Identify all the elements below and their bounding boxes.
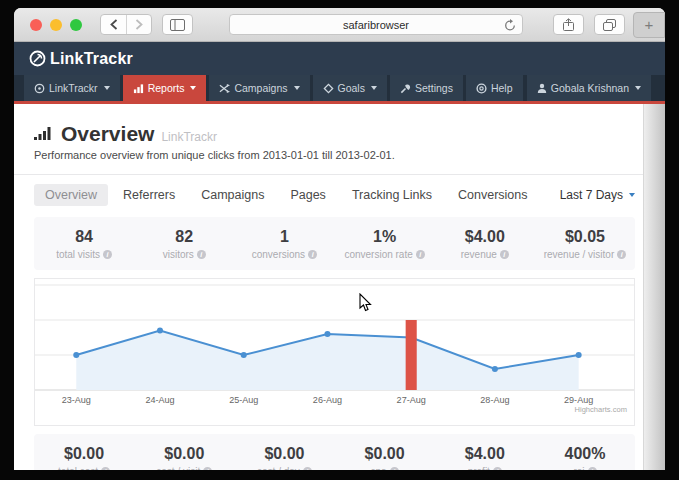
linktrackr-logo[interactable]: LinkTrackr [29, 50, 133, 68]
date-range-dropdown[interactable]: Last 7 Days [560, 188, 635, 202]
stat-total-visits: 84total visitsi [34, 228, 134, 260]
info-icon[interactable]: i [308, 250, 317, 259]
close-button[interactable] [30, 19, 42, 31]
stat-value: 82 [134, 228, 234, 246]
tab-conversions[interactable]: Conversions [447, 184, 538, 206]
info-icon[interactable]: i [416, 250, 425, 259]
page-title: Overview [61, 122, 154, 146]
tab-overview[interactable]: Overview [34, 184, 108, 206]
new-tab-button[interactable]: + [633, 12, 665, 38]
stats-row-bottom: $0.00total costi$0.00cost / visiti$0.00c… [34, 434, 635, 470]
reload-button[interactable] [504, 18, 516, 36]
nav-item-label: Help [491, 82, 513, 94]
user-icon [537, 83, 547, 93]
data-point[interactable] [241, 352, 247, 358]
stat-value: $0.00 [134, 445, 234, 463]
data-point[interactable] [324, 331, 330, 337]
caret-down-icon [635, 86, 641, 90]
nav-item-reports[interactable]: Reports [123, 75, 207, 101]
stat-value: 1 [234, 228, 334, 246]
stat-conversion-rate: 1%conversion ratei [335, 228, 435, 260]
stat-cost-visit: $0.00cost / visiti [134, 445, 234, 470]
x-axis-label: 28-Aug [480, 395, 509, 405]
stat-profit: $4.00profiti [435, 445, 535, 470]
logo-text: LinkTrackr [50, 50, 133, 68]
caret-down-icon [629, 193, 635, 197]
nav-item-goals[interactable]: Goals [313, 75, 387, 101]
stat-label: roi [573, 466, 584, 470]
divider [14, 174, 665, 175]
stat-cost-day: $0.00cost / dayi [234, 445, 334, 470]
data-point[interactable] [492, 366, 498, 372]
nav-item-linktrackr[interactable]: LinkTrackr [24, 75, 120, 101]
caret-down-icon [190, 86, 196, 90]
info-icon[interactable]: i [493, 467, 502, 470]
highlight-column[interactable] [406, 320, 417, 390]
tab-tracking-links[interactable]: Tracking Links [341, 184, 443, 206]
stat-label: visitors [163, 249, 194, 260]
stat-value: $0.00 [34, 445, 134, 463]
nav-item-label: Reports [148, 82, 185, 94]
area-chart-svg: 23-Aug24-Aug25-Aug26-Aug27-Aug28-Aug29-A… [35, 279, 634, 425]
nav-item-campaigns[interactable]: Campaigns [209, 75, 309, 101]
stat-value: $4.00 [435, 228, 535, 246]
tab-campaigns[interactable]: Campaigns [190, 184, 275, 206]
stat-revenue-visitor: $0.05revenue / visitori [535, 228, 635, 260]
info-icon[interactable]: i [197, 250, 206, 259]
nav-item-help[interactable]: Help [466, 75, 523, 101]
info-icon[interactable]: i [103, 250, 112, 259]
history-nav [100, 14, 152, 35]
data-point[interactable] [576, 352, 582, 358]
back-button[interactable] [101, 15, 126, 34]
info-icon[interactable]: i [617, 250, 626, 259]
mouse-cursor [359, 293, 372, 312]
info-icon[interactable]: i [390, 467, 399, 470]
data-point[interactable] [157, 328, 163, 334]
caret-down-icon [294, 86, 300, 90]
tab-referrers[interactable]: Referrers [112, 184, 186, 206]
stat-value: $0.05 [535, 228, 635, 246]
url-text: safaribrowser [230, 19, 522, 31]
user-name: Gobala Krishnan [551, 82, 629, 94]
main-navbar: LinkTrackrReportsCampaignsGoalsSettingsH… [14, 75, 665, 104]
visits-chart[interactable]: 23-Aug24-Aug25-Aug26-Aug27-Aug28-Aug29-A… [34, 278, 635, 426]
scrollbar-track[interactable] [643, 104, 665, 470]
toolbar-right: + [543, 12, 665, 38]
forward-button[interactable] [126, 15, 151, 34]
stat-value: 400% [535, 445, 635, 463]
zoom-button[interactable] [70, 19, 82, 31]
stat-cpa: $0.00cpai [335, 445, 435, 470]
wrench-icon [400, 83, 411, 94]
share-icon [563, 18, 574, 31]
nav-items: LinkTrackrReportsCampaignsGoalsSettingsH… [24, 75, 526, 101]
caret-down-icon [371, 86, 377, 90]
stat-label: revenue / visitor [544, 249, 615, 260]
stat-value: $4.00 [435, 445, 535, 463]
x-axis-label: 25-Aug [229, 395, 258, 405]
data-point[interactable] [73, 352, 79, 358]
stat-label: conversions [252, 249, 305, 260]
bar-chart-title-icon [34, 125, 54, 141]
address-bar[interactable]: safaribrowser [229, 14, 523, 35]
info-icon[interactable]: i [303, 467, 312, 470]
chevron-left-icon [110, 19, 118, 30]
stat-value: $0.00 [234, 445, 334, 463]
info-icon[interactable]: i [203, 467, 212, 470]
info-icon[interactable]: i [500, 250, 509, 259]
tab-overview-button[interactable] [594, 14, 625, 35]
chart-credit[interactable]: Highcharts.com [575, 405, 627, 414]
user-menu[interactable]: Gobala Krishnan [527, 75, 651, 101]
browser-window: safaribrowser + LinkTrackr LinkTrackrR [14, 8, 665, 470]
title-block: Overview LinkTrackr Performance overview… [34, 104, 635, 161]
help-icon [476, 83, 487, 94]
minimize-button[interactable] [50, 19, 62, 31]
info-icon[interactable]: i [101, 467, 110, 470]
stat-visitors: 82visitorsi [134, 228, 234, 260]
x-axis-label: 23-Aug [62, 395, 91, 405]
tab-pages[interactable]: Pages [279, 184, 336, 206]
share-button[interactable] [553, 14, 584, 35]
sidebar-toggle-button[interactable] [162, 14, 193, 35]
stat-label: revenue [461, 249, 497, 260]
nav-item-settings[interactable]: Settings [390, 75, 463, 101]
info-icon[interactable]: i [588, 467, 597, 470]
